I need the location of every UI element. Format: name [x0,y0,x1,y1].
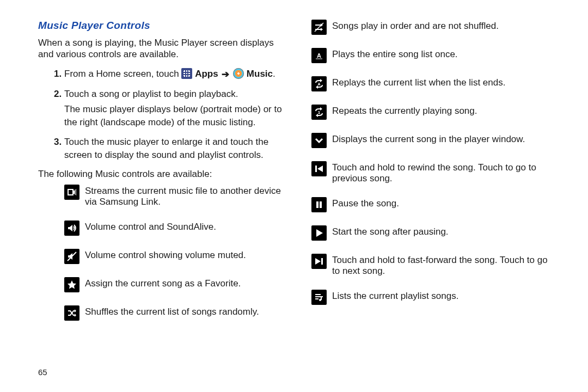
steps-list: From a Home screen, touch Apps ➔ Music. … [38,68,282,162]
control-queue-list: Lists the current playlist songs. [311,290,555,305]
controls-left-list: Streams the current music file to anothe… [38,185,282,321]
control-desc: Replays the current list when the list e… [332,76,505,88]
arrow-icon: ➔ [222,68,229,81]
play-once-icon [311,48,327,63]
page-number: 65 [38,367,47,377]
control-desc: Volume control and SoundAlive. [85,220,216,232]
controls-right-list: Songs play in order and are not shuffled… [311,20,555,305]
section-heading: Music Player Controls [38,20,282,32]
apps-icon [181,68,192,79]
no-shuffle-icon [311,20,327,35]
intro-paragraph: When a song is playing, the Music Player… [38,37,282,60]
step1-period: . [273,69,275,79]
music-label: Music [247,69,273,79]
control-volume: Volume control and SoundAlive. [64,220,282,236]
step2-sub: The music player displays below (portrai… [64,103,282,129]
control-desc: Pause the song. [332,197,399,209]
control-pause: Pause the song. [311,197,555,212]
controls-intro: The following Music controls are availab… [38,168,282,180]
music-icon [233,68,244,79]
step-2: Touch a song or playlist to begin playba… [64,88,282,129]
control-desc: Touch and hold to fast-forward the song.… [332,254,555,277]
replay-icon [311,76,327,91]
control-desc: Repeats the currently playing song. [332,105,477,117]
control-desc: Assign the current song as a Favorite. [85,277,241,289]
control-desc: Songs play in order and are not shuffled… [332,20,499,32]
control-desc: Volume control showing volume muted. [85,249,246,261]
control-desc: Displays the current song in the player … [332,133,525,145]
skip-previous-icon [311,161,327,176]
control-desc: Streams the current music file to anothe… [85,185,282,207]
apps-label: Apps [195,69,218,79]
control-desc: Start the song after pausing. [332,225,449,237]
control-desc: Plays the entire song list once. [332,48,458,60]
volume-muted-icon [64,249,79,264]
control-collapse-player: Displays the current song in the player … [311,133,555,148]
repeat-one-icon [311,105,327,120]
stream-icon [64,185,79,200]
control-desc: Shuffles the current list of songs rando… [85,305,259,317]
control-previous: Touch and hold to rewind the song. Touch… [311,161,555,184]
star-icon [64,277,79,292]
control-shuffle: Shuffles the current list of songs rando… [64,305,282,321]
pause-icon [311,197,327,212]
shuffle-icon [64,305,79,321]
step-1: From a Home screen, touch Apps ➔ Music. [64,68,282,81]
control-no-shuffle: Songs play in order and are not shuffled… [311,20,555,35]
step-3: Touch the music player to enlarge it and… [64,136,282,162]
skip-next-icon [311,254,327,269]
control-favorite: Assign the current song as a Favorite. [64,277,282,292]
volume-icon [64,220,79,236]
step2-main: Touch a song or playlist to begin playba… [64,89,238,99]
step1-before: From a Home screen, touch [64,69,181,79]
control-play-once: Plays the entire song list once. [311,48,555,63]
control-next: Touch and hold to fast-forward the song.… [311,254,555,277]
control-play: Start the song after pausing. [311,225,555,241]
control-desc: Lists the current playlist songs. [332,290,458,302]
control-desc: Touch and hold to rewind the song. Touch… [332,161,555,184]
step3-main: Touch the music player to enlarge it and… [64,137,268,160]
control-stream: Streams the current music file to anothe… [64,185,282,207]
queue-list-icon [311,290,327,305]
control-muted: Volume control showing volume muted. [64,249,282,264]
control-repeat-one: Repeats the currently playing song. [311,105,555,120]
control-replay-list: Replays the current list when the list e… [311,76,555,91]
play-icon [311,225,327,241]
chevron-down-icon [311,133,327,148]
